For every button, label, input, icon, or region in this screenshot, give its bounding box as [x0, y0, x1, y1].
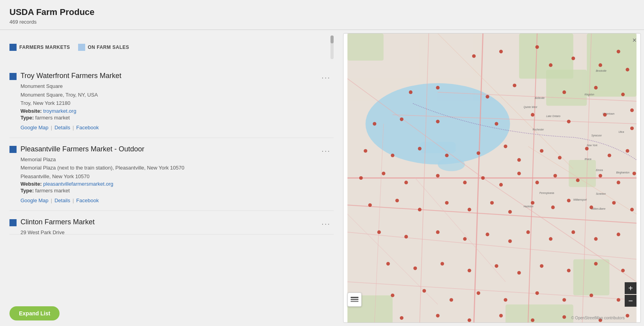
svg-point-102	[633, 171, 636, 175]
svg-point-61	[409, 90, 413, 94]
more-options-button-2[interactable]: ···	[318, 145, 334, 156]
expand-list-button[interactable]: Expand List	[9, 306, 60, 320]
svg-point-148	[468, 319, 471, 322]
svg-point-105	[418, 208, 422, 211]
svg-text:Brockville: Brockville	[596, 69, 607, 72]
svg-point-145	[617, 298, 620, 302]
svg-point-93	[463, 181, 467, 184]
svg-text:Pennsylvania: Pennsylvania	[539, 192, 554, 195]
svg-point-149	[499, 314, 503, 317]
svg-text:Belleville: Belleville	[535, 97, 545, 99]
svg-point-63	[485, 95, 489, 99]
svg-point-113	[590, 205, 593, 209]
svg-point-146	[400, 316, 403, 320]
details-link-1[interactable]: Details	[54, 125, 70, 130]
svg-point-58	[617, 50, 620, 53]
svg-point-79	[418, 147, 422, 150]
item-actions: Google Map | Details | Facebook	[21, 125, 121, 130]
svg-point-85	[558, 156, 562, 159]
svg-point-84	[540, 149, 543, 153]
google-map-link-1[interactable]: Google Map	[21, 125, 49, 130]
svg-point-106	[445, 201, 448, 205]
bottom-bar: Expand List	[0, 301, 343, 326]
list-container[interactable]: Troy Waterfront Farmers Market Monument …	[0, 65, 343, 301]
svg-point-89	[359, 176, 363, 180]
svg-point-70	[400, 117, 403, 121]
svg-point-95	[499, 183, 503, 186]
svg-point-72	[495, 122, 498, 125]
svg-point-100	[599, 174, 602, 177]
svg-point-64	[513, 84, 516, 87]
facebook-link-1[interactable]: Facebook	[76, 125, 99, 130]
svg-point-90	[382, 171, 385, 175]
on-farm-sales-swatch	[78, 44, 85, 51]
svg-point-53	[472, 54, 476, 58]
item-line1: Monument Square	[21, 82, 121, 90]
svg-point-60	[549, 63, 553, 67]
svg-point-144	[590, 294, 593, 297]
svg-point-73	[531, 113, 534, 117]
layers-icon	[351, 296, 358, 304]
item-website-link[interactable]: pleasantvillefarmersmarket.org	[43, 181, 114, 187]
svg-point-124	[571, 230, 575, 234]
record-count: 469 records	[9, 19, 635, 25]
svg-point-86	[585, 147, 588, 150]
svg-point-101	[617, 181, 620, 184]
svg-point-123	[549, 237, 553, 241]
svg-point-80	[445, 154, 448, 157]
svg-point-108	[490, 201, 494, 205]
zoom-in-button[interactable]: +	[625, 282, 637, 294]
svg-point-83	[517, 158, 521, 162]
svg-point-110	[531, 201, 534, 205]
details-link-2[interactable]: Details	[54, 197, 70, 203]
map-layer-button[interactable]	[347, 292, 362, 307]
svg-point-117	[404, 235, 408, 238]
svg-rect-7	[347, 34, 384, 61]
svg-text:Kingston: Kingston	[584, 93, 594, 96]
svg-point-57	[599, 63, 602, 67]
svg-point-129	[441, 262, 444, 266]
svg-point-94	[481, 176, 485, 180]
item-type: Type: farmers market	[21, 188, 185, 194]
item-website-link[interactable]: troymarket.org	[43, 108, 77, 114]
scroll-thumb[interactable]	[330, 35, 334, 43]
svg-point-116	[377, 230, 381, 234]
item-line3: Pleasantville, New York 10570	[21, 173, 185, 181]
item-line2: Memorial Plaza (next to the train statio…	[21, 164, 185, 172]
svg-point-111	[551, 205, 555, 209]
svg-point-115	[630, 208, 634, 211]
page-header: USDA Farm Produce 469 records	[0, 0, 644, 30]
list-item: Clinton Farmers Market 29 West Park Driv…	[9, 211, 334, 235]
svg-point-142	[535, 291, 539, 295]
svg-point-54	[499, 50, 503, 53]
item-swatch	[9, 73, 17, 80]
svg-rect-8	[506, 304, 573, 322]
more-options-button-1[interactable]: ···	[318, 72, 334, 83]
svg-point-76	[630, 127, 634, 130]
google-map-link-2[interactable]: Google Map	[21, 197, 49, 203]
svg-point-137	[391, 294, 394, 297]
svg-point-127	[386, 262, 390, 266]
map-close-button[interactable]: ×	[632, 37, 637, 44]
svg-point-132	[517, 271, 521, 274]
zoom-out-button[interactable]: −	[625, 295, 637, 307]
svg-point-55	[535, 45, 539, 49]
map-visualization[interactable]: Brockville Burlington Belleville Kingsto…	[343, 34, 640, 322]
item-line1: Memorial Plaza	[21, 156, 185, 164]
svg-point-147	[436, 314, 439, 317]
list-item: Pleasantville Farmers Market - Outdoor M…	[9, 138, 334, 211]
svg-point-87	[608, 154, 611, 157]
more-options-button-3[interactable]: ···	[318, 218, 334, 229]
svg-point-112	[567, 199, 571, 202]
svg-text:Elmira: Elmira	[596, 169, 603, 171]
item-title: Pleasantville Farmers Market - Outdoor	[21, 145, 144, 153]
scroll-track[interactable]	[330, 35, 334, 59]
legend-farmers-markets: FARMERS MARKETS	[9, 44, 70, 51]
item-title: Clinton Farmers Market	[21, 218, 95, 226]
facebook-link-2[interactable]: Facebook	[76, 197, 99, 203]
svg-point-143	[562, 298, 566, 302]
svg-point-103	[368, 203, 372, 207]
farmers-markets-label: FARMERS MARKETS	[19, 45, 70, 50]
svg-text:Quinte West: Quinte West	[524, 106, 538, 109]
svg-point-77	[364, 149, 367, 153]
